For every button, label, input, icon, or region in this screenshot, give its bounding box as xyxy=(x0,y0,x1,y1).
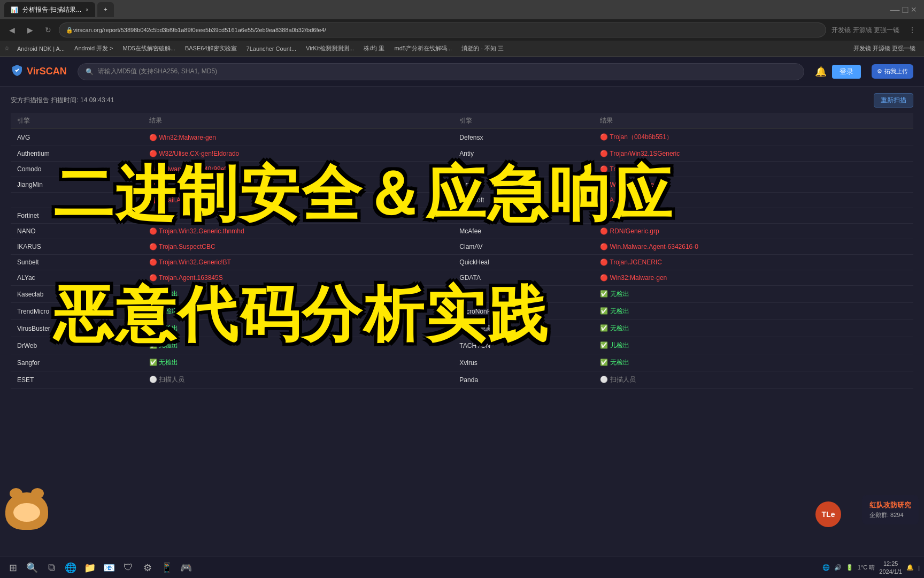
engine1-cell: Sangfor xyxy=(11,354,143,371)
engine1-cell: Sunbelt xyxy=(11,255,143,270)
bear-body xyxy=(5,492,48,530)
table-row: ESET ⚪ 扫描人员 Panda ⚪ 扫描人员 xyxy=(11,371,913,389)
rescan-btn[interactable]: 重新扫描 xyxy=(874,93,913,108)
page-content: VirSCAN 🔍 请输入MD5值 (支持SHA256, SHA1, MD5) … xyxy=(0,57,924,557)
engine1-cell: ESET xyxy=(11,371,143,389)
bookmark-6[interactable]: 株/均 里 xyxy=(359,43,389,54)
start-btn[interactable]: ⊞ xyxy=(4,559,21,576)
mail-taskbar-item[interactable]: 📧 xyxy=(101,559,118,576)
bookmark-8[interactable]: 消逝的 - 不知 三 xyxy=(457,43,508,54)
settings-btn[interactable]: ⋮ xyxy=(905,22,920,37)
result1-cell: 🔴 Fmail.Agent.C... xyxy=(143,193,453,208)
col-engine2: 引擎 xyxy=(453,113,594,129)
back-btn[interactable]: ◀ xyxy=(4,22,19,37)
result1-cell: ✅ 无检出 xyxy=(143,286,453,303)
battery-icon[interactable]: 🔋 xyxy=(846,564,853,571)
shield-taskbar-item[interactable]: 🛡 xyxy=(120,559,137,576)
engine1-cell: Fortinet xyxy=(11,208,143,224)
table-row: NANO 🔴 Trojan.Win32.Generic.thnmhd McAfe… xyxy=(11,224,913,239)
task-view-btn[interactable]: ⧉ xyxy=(43,559,60,576)
refresh-btn[interactable]: ↻ xyxy=(41,22,56,37)
show-desktop-btn[interactable]: | xyxy=(918,565,920,571)
table-row: Sunbelt 🔴 Trojan.Win32.Generic!BT QuickH… xyxy=(11,255,913,270)
table-row: TrendMicro ✅ 无检出 MicroNonPE ✅ 无检出 xyxy=(11,303,913,320)
engine2-cell: Avast xyxy=(453,177,594,193)
taskbar-clock[interactable]: 12:25 2024/1/1 xyxy=(879,560,902,575)
bookmark-7[interactable]: md5产分析在线解码... xyxy=(390,43,457,54)
table-row: 🔴 Fmail.Agent.C... Emsisoft 🔴 A... xyxy=(11,193,913,208)
tab-close-btn[interactable]: × xyxy=(86,7,89,13)
engine2-cell: Xvirus xyxy=(453,354,594,371)
explorer-taskbar-item[interactable]: 📁 xyxy=(81,559,98,576)
volume-icon[interactable]: 🔊 xyxy=(834,564,842,571)
br-subtitle: 企鹅群: 8294 xyxy=(869,511,911,519)
engine1-cell: Authentium xyxy=(11,146,143,162)
app-taskbar-item[interactable]: 🎮 xyxy=(178,559,195,576)
upload-btn[interactable]: ⚙ 拓我上传 xyxy=(872,64,913,79)
result1-cell: 🔴 Trojan.Win32.Generic.thnmhd xyxy=(143,224,453,239)
result2-cell: ✅ 无检出 xyxy=(594,286,913,303)
table-row: DrWeb ✅ 儿检出 TACHYON ✅ 儿检出 xyxy=(11,337,913,354)
new-tab-btn[interactable]: + xyxy=(97,2,114,17)
engine2-cell: Antiy xyxy=(453,146,594,162)
gear-taskbar-item[interactable]: ⚙ xyxy=(139,559,156,576)
table-row: Sangfor ✅ 无检出 Xvirus ✅ 无检出 xyxy=(11,354,913,371)
nav-extra: 开发镜 开源镜 更强一镜 xyxy=(829,26,902,35)
result2-cell: 🔴 Trojan.Ulise.D1BC1E xyxy=(594,162,913,177)
result2-cell: 🔴 Trojan/Win32.1SGeneric xyxy=(594,146,913,162)
tab-bar: 📊 分析报告-扫描结果... × + — □ × xyxy=(0,0,924,19)
search-placeholder: 请输入MD5值 (支持SHA256, SHA1, MD5) xyxy=(98,67,217,76)
bookmark-5[interactable]: VirKit检测测测测... xyxy=(302,43,358,54)
bookmark-2[interactable]: MD5在线解密破解... xyxy=(119,43,180,54)
bookmark-0[interactable]: Android NDK | A... xyxy=(13,44,69,53)
active-tab[interactable]: 📊 分析报告-扫描结果... × xyxy=(4,2,95,17)
result1-cell: ✅ 无检出 xyxy=(143,320,453,337)
taskbar: ⊞ 🔍 ⧉ 🌐 📁 📧 🛡 ⚙ 📱 🎮 🌐 🔊 🔋 1°C 晴 12:25 20… xyxy=(0,557,924,578)
engine2-cell: Z... xyxy=(453,286,594,303)
result2-cell xyxy=(594,208,913,224)
search-taskbar[interactable]: 🔍 xyxy=(24,559,41,576)
table-row: Authentium 🔴 W32/Ulise.CX-gen!Eldorado A… xyxy=(11,146,913,162)
bell-icon[interactable]: 🔔 xyxy=(815,66,827,78)
engine2-cell: Defensx xyxy=(453,129,594,146)
result2-cell: 🔴 A... xyxy=(594,193,913,208)
result2-cell: ⚪ 扫描人员 xyxy=(594,371,913,389)
engine1-cell: Comodo xyxy=(11,162,143,177)
bottom-right-panel: 红队攻防研究 企鹅群: 8294 xyxy=(862,495,919,524)
engine2-cell: ClamAV xyxy=(453,239,594,255)
network-icon[interactable]: 🌐 xyxy=(822,564,830,571)
avatar-text: TLe xyxy=(822,510,835,519)
engine2-cell: Fortinet xyxy=(453,208,594,224)
nav-bar: ◀ ▶ ↻ 🔒 virscan.org/report/53898b042c5bd… xyxy=(0,19,924,41)
bookmark-4[interactable]: 7Launcher Count... xyxy=(242,44,301,53)
result1-cell xyxy=(143,208,453,224)
engine2-cell: Emsisoft xyxy=(453,193,594,208)
engine1-cell: DrWeb xyxy=(11,337,143,354)
bear-ear-left xyxy=(10,488,22,499)
result2-cell: ✅ 儿检出 xyxy=(594,337,913,354)
browser-taskbar-item[interactable]: 🌐 xyxy=(62,559,79,576)
table-header-row: 引擎 结果 引擎 结果 xyxy=(11,113,913,129)
bookmark-3[interactable]: BASE64解密实验室 xyxy=(181,43,241,54)
engine2-cell: McAfee xyxy=(453,224,594,239)
engine2-cell: Arcabit xyxy=(453,162,594,177)
login-btn[interactable]: 登录 xyxy=(832,65,861,79)
result1-cell: ⚪ 扫描人员 xyxy=(143,371,453,389)
weather-display: 1°C 晴 xyxy=(858,564,875,572)
nav-extra-bookmarks[interactable]: 开发镜 开源镜 更强一镜 xyxy=(849,43,920,54)
result2-cell: 🔴 Win32:Malware-gen xyxy=(594,270,913,286)
forward-btn[interactable]: ▶ xyxy=(22,22,37,37)
phone-taskbar-item[interactable]: 📱 xyxy=(158,559,175,576)
result1-cell: 🔴 Trojan.Win32.Generic!BT xyxy=(143,255,453,270)
result1-cell: ✅ 儿检出 xyxy=(143,337,453,354)
col-result1: 结果 xyxy=(143,113,453,129)
notifications-icon[interactable]: 🔔 xyxy=(906,564,914,571)
table-row: JiangMin 🔴 tai Avast 🔴 Win32:Malware gen xyxy=(11,177,913,193)
result1-cell: ✅ 无检出 xyxy=(143,354,453,371)
table-row: IKARUS 🔴 Trojan.SuspectCBC ClamAV 🔴 Win.… xyxy=(11,239,913,255)
search-bar[interactable]: 🔍 请输入MD5值 (支持SHA256, SHA1, MD5) xyxy=(78,63,804,80)
circle-avatar: TLe xyxy=(815,501,841,527)
bookmark-1[interactable]: Android 开发 > xyxy=(70,43,117,54)
address-bar[interactable]: 🔒 virscan.org/report/53898b042c5bd3bf9b1… xyxy=(59,22,826,37)
result2-cell: 🔴 Win32:Malware gen xyxy=(594,177,913,193)
